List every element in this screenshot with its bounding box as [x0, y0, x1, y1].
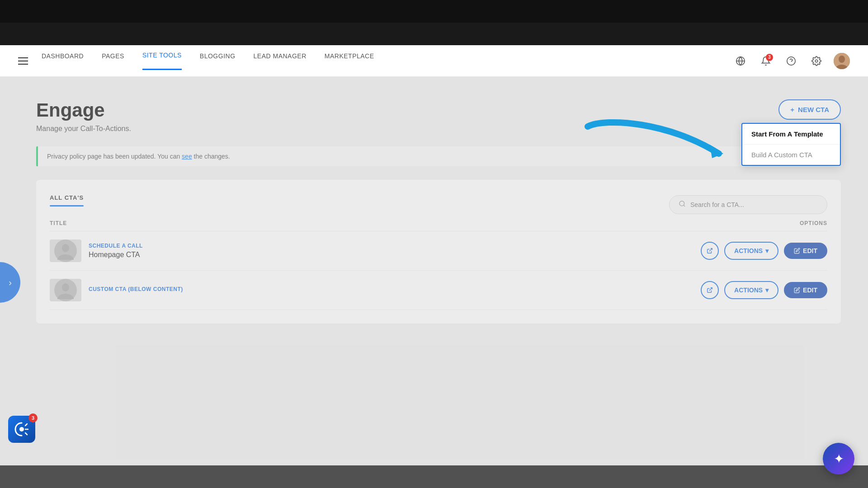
search-input[interactable]	[690, 201, 818, 208]
nav-links: DASHBOARD PAGES SITE TOOLS BLOGGING LEAD…	[42, 52, 732, 70]
ai-sparkle-icon: ✦	[834, 451, 844, 466]
actions-button[interactable]: ACTIONS ▾	[724, 281, 778, 299]
globe-icon[interactable]	[732, 53, 749, 69]
notice-end: the changes.	[194, 153, 230, 160]
svg-point-14	[62, 283, 69, 291]
svg-point-12	[57, 254, 74, 260]
page-subtitle: Manage your Call-To-Actions.	[36, 125, 841, 133]
plus-icon: +	[790, 106, 794, 113]
search-box	[669, 195, 827, 214]
svg-line-13	[709, 249, 712, 251]
cta-actions: ACTIONS ▾ EDIT	[701, 281, 827, 299]
help-icon[interactable]	[783, 53, 799, 69]
cta-dropdown-menu: Start From A Template Build A Custom CTA	[741, 123, 841, 166]
edit-button[interactable]: EDIT	[784, 243, 827, 259]
table-column-headers: TITLE OPTIONS	[50, 216, 827, 231]
table-row: SCHEDULE A CALL Homepage CTA ACTIONS	[50, 231, 827, 271]
cta-type: SCHEDULE A CALL	[89, 243, 701, 249]
svg-point-9	[679, 201, 684, 206]
table-section: ALL CTA'S TITLE OPTI	[36, 180, 841, 324]
tab-underline	[50, 205, 84, 206]
cta-avatar	[54, 239, 77, 262]
svg-point-11	[62, 244, 69, 252]
all-ctas-tab[interactable]: ALL CTA'S	[50, 193, 84, 216]
settings-icon[interactable]	[808, 53, 825, 69]
ai-fab-button[interactable]: ✦	[823, 443, 854, 474]
navbar: DASHBOARD PAGES SITE TOOLS BLOGGING LEAD…	[0, 45, 868, 77]
col-title-header: TITLE	[50, 220, 67, 226]
cta-avatar	[54, 279, 77, 301]
svg-point-4	[815, 60, 818, 62]
chevron-down-icon: ▾	[765, 247, 769, 254]
page-title: Engage	[36, 99, 841, 121]
new-cta-label: NEW CTA	[798, 106, 829, 113]
notification-icon[interactable]: 3	[758, 53, 774, 69]
new-cta-button[interactable]: + NEW CTA	[778, 99, 841, 120]
notice-text: Privacy policy page has been updated. Yo…	[47, 153, 180, 160]
cta-actions: ACTIONS ▾ EDIT	[701, 242, 827, 260]
nav-marketplace[interactable]: MARKETPLACE	[325, 52, 374, 70]
chevron-down-icon: ▾	[765, 286, 769, 294]
nav-lead-manager[interactable]: LEAD MANAGER	[254, 52, 307, 70]
nav-icons: 3	[732, 53, 850, 69]
chevron-right-icon: ›	[9, 277, 12, 288]
cta-info: SCHEDULE A CALL Homepage CTA	[89, 243, 701, 259]
app-badge-count: 3	[28, 413, 38, 422]
svg-point-17	[19, 427, 24, 432]
dropdown-item-template[interactable]: Start From A Template	[742, 124, 840, 145]
actions-label: ACTIONS	[734, 286, 763, 294]
notice-link[interactable]: see	[182, 153, 192, 160]
svg-point-15	[57, 294, 74, 299]
notification-badge: 3	[766, 54, 773, 61]
search-icon	[679, 200, 686, 209]
content-area: › Engage Manage your Call-To-Actions. Pr…	[0, 77, 868, 488]
svg-point-6	[839, 56, 845, 63]
edit-label: EDIT	[803, 247, 817, 254]
nav-dashboard[interactable]: DASHBOARD	[42, 52, 84, 70]
nav-site-tools[interactable]: SITE TOOLS	[142, 52, 182, 70]
table-header: ALL CTA'S	[50, 193, 827, 216]
svg-line-16	[709, 288, 712, 291]
notice-bar: Privacy policy page has been updated. Yo…	[36, 146, 841, 166]
edit-label: EDIT	[803, 286, 817, 294]
external-link-button[interactable]	[701, 281, 719, 299]
main-content: Engage Manage your Call-To-Actions. Priv…	[0, 77, 868, 488]
actions-button[interactable]: ACTIONS ▾	[724, 242, 778, 260]
dropdown-item-custom[interactable]: Build A Custom CTA	[742, 145, 840, 165]
nav-blogging[interactable]: BLOGGING	[200, 52, 236, 70]
nav-pages[interactable]: PAGES	[102, 52, 124, 70]
cta-thumbnail	[50, 279, 81, 301]
app-badge[interactable]: 3	[8, 416, 35, 443]
cta-name: Homepage CTA	[89, 251, 701, 259]
col-options-header: OPTIONS	[800, 220, 827, 226]
cta-info: CUSTOM CTA (BELOW CONTENT)	[89, 286, 701, 294]
hamburger-menu[interactable]	[18, 57, 28, 65]
cta-thumbnail	[50, 239, 81, 262]
svg-line-10	[684, 205, 685, 206]
actions-label: ACTIONS	[734, 247, 763, 254]
svg-point-2	[787, 56, 795, 65]
user-avatar[interactable]	[834, 53, 850, 69]
edit-button[interactable]: EDIT	[784, 282, 827, 298]
table-row: CUSTOM CTA (BELOW CONTENT) ACTIONS	[50, 271, 827, 310]
external-link-button[interactable]	[701, 242, 719, 260]
cta-type: CUSTOM CTA (BELOW CONTENT)	[89, 286, 701, 292]
